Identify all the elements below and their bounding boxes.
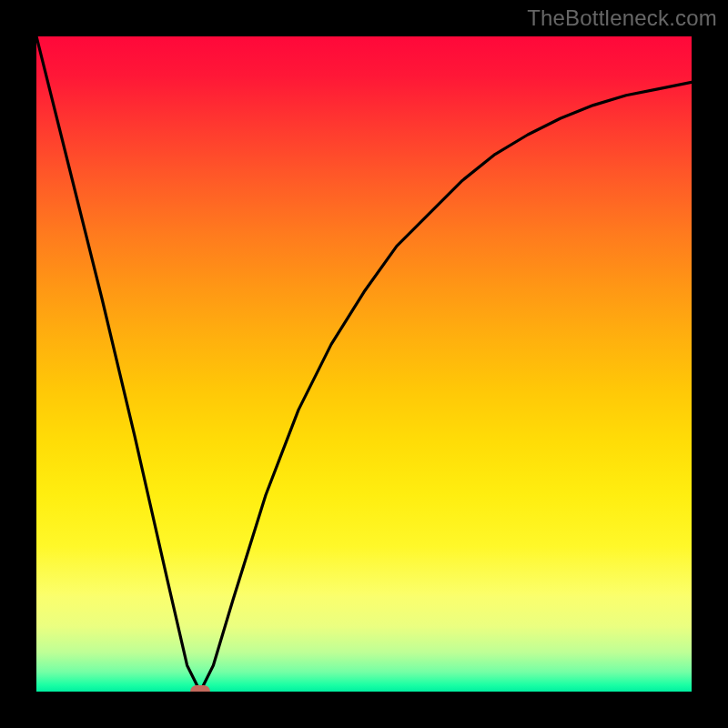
chart-frame: TheBottleneck.com — [0, 0, 728, 728]
plot-area — [36, 36, 692, 692]
optimum-marker — [190, 685, 210, 692]
watermark-text: TheBottleneck.com — [527, 5, 717, 31]
bottleneck-curve — [36, 36, 692, 692]
curve-layer — [36, 36, 692, 692]
